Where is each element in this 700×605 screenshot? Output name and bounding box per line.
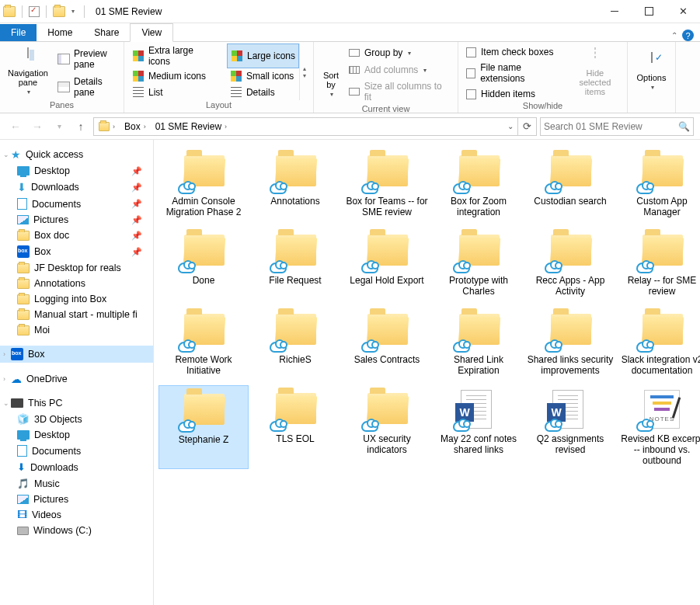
help-button[interactable]: ? [682, 30, 694, 41]
address-history-dropdown[interactable]: ⌄ [503, 122, 517, 130]
layout-large[interactable]: Large icons [227, 43, 299, 68]
collapse-ribbon-button[interactable]: ⌃ [671, 31, 677, 40]
file-item[interactable]: Stephanie Z [158, 385, 249, 469]
file-item-label: Admin Console Migration Phase 2 [160, 196, 247, 217]
navigation-pane-button[interactable]: Navigation pane ▾ [5, 43, 51, 100]
tab-home[interactable]: Home [37, 24, 83, 41]
sidebar-item[interactable]: Desktop [0, 427, 153, 443]
qat-dropdown[interactable]: ▾ [68, 8, 78, 15]
address-bar[interactable]: › Box› 01 SME Review› ⌄ ⟳ [93, 117, 537, 136]
search-input[interactable]: Search 01 SME Review 🔍 [540, 117, 694, 136]
file-item[interactable]: Custom App Manager [617, 148, 700, 221]
sidebar-item[interactable]: Moi [0, 322, 153, 338]
thispc-icon: ⬇ [17, 461, 26, 473]
preview-pane-button[interactable]: Preview pane [54, 47, 119, 71]
sidebar-item[interactable]: Manual start - multiple fi [0, 307, 153, 322]
sidebar-item[interactable]: ⬇Downloads [0, 459, 153, 475]
maximize-button[interactable] [632, 1, 666, 23]
sidebar-item[interactable]: ⬇Downloads📌 [0, 179, 153, 196]
options-button[interactable]: Options▾ [632, 43, 670, 100]
layout-list[interactable]: List [129, 85, 221, 100]
file-item[interactable]: File Request [250, 227, 340, 300]
sidebar-this-pc[interactable]: ⌄This PC [0, 395, 153, 411]
file-item-label: Shared Link Expiration [435, 354, 522, 376]
file-item[interactable]: RichieS [250, 306, 340, 379]
file-item[interactable]: Shared links security improvements [525, 306, 615, 379]
qat-properties-icon[interactable] [29, 6, 40, 17]
layout-extra-large[interactable]: Extra large icons [129, 43, 221, 68]
file-ext-toggle[interactable]: File name extensions [463, 61, 565, 85]
file-item[interactable]: Admin Console Migration Phase 2 [158, 148, 249, 221]
sidebar-item[interactable]: Pictures📌 [0, 212, 153, 228]
minimize-button[interactable] [597, 1, 632, 23]
refresh-button[interactable]: ⟳ [517, 118, 536, 135]
file-item[interactable]: Remote Work Initiative [158, 306, 249, 379]
layout-medium[interactable]: Medium icons [129, 68, 221, 84]
address-root-icon [99, 122, 110, 131]
file-item[interactable]: Prototype with Charles [434, 227, 524, 300]
file-item-label: RichieS [279, 354, 311, 365]
sidebar-item[interactable]: Desktop📌 [0, 163, 153, 179]
sidebar-item[interactable]: Documents📌 [0, 196, 153, 212]
file-item[interactable]: Box for Teams -- for SME review [342, 148, 432, 221]
sidebar-box[interactable]: ›Box [0, 346, 153, 363]
file-item[interactable]: Custodian search [525, 148, 615, 221]
tab-share[interactable]: Share [83, 24, 130, 41]
layout-small[interactable]: Small icons [227, 68, 299, 84]
file-list-pane[interactable]: Admin Console Migration Phase 2Annotatio… [154, 140, 700, 605]
tab-view[interactable]: View [130, 23, 173, 42]
sidebar-item[interactable]: JF Desktop for reals [0, 260, 153, 276]
file-item[interactable]: Legal Hold Export [342, 227, 432, 300]
up-button[interactable]: ↑ [71, 117, 90, 136]
sidebar-item[interactable]: Pictures [0, 492, 153, 507]
sidebar-item[interactable]: Windows (C:) [0, 523, 153, 538]
recent-locations-button[interactable]: ▾ [50, 117, 68, 136]
file-item[interactable]: Sales Contracts [342, 306, 432, 379]
file-item[interactable]: Slack integration v2 documentation [617, 306, 700, 379]
sidebar-item[interactable]: Box doc📌 [0, 228, 153, 243]
forward-button[interactable]: → [28, 117, 47, 136]
file-item[interactable]: Recc Apps - App Activity [525, 227, 615, 300]
layout-details[interactable]: Details [227, 85, 299, 100]
file-item[interactable]: UX security indicators [342, 385, 432, 469]
file-item[interactable]: Annotations [250, 148, 340, 221]
hide-selected-button[interactable]: Hide selected items [568, 43, 622, 101]
hidden-items-toggle[interactable]: Hidden items [463, 87, 565, 101]
layout-gallery-expand[interactable] [299, 43, 308, 100]
sidebar-item[interactable]: 🧊3D Objects [0, 411, 153, 427]
file-item[interactable]: NOTESRevised KB excerpt -- inbound vs. o… [617, 385, 700, 469]
details-pane-button[interactable]: Details pane [54, 75, 119, 99]
file-item[interactable]: Q2 assignments revised [525, 385, 615, 469]
sidebar-item[interactable]: 🎵Music [0, 475, 153, 492]
back-button[interactable]: ← [6, 117, 25, 136]
cloud-sync-icon [270, 421, 287, 432]
sidebar-onedrive[interactable]: ›☁OneDrive [0, 370, 153, 388]
tab-file[interactable]: File [0, 24, 37, 41]
file-item[interactable]: Box for Zoom integration [434, 148, 524, 221]
file-item-label: Remote Work Initiative [160, 354, 247, 376]
qat-newfolder-icon[interactable] [53, 6, 65, 17]
file-item[interactable]: TLS EOL [250, 385, 340, 469]
sidebar-quick-access[interactable]: ⌄★Quick access [0, 146, 153, 163]
add-columns-button[interactable]: Add columns▾ [345, 62, 453, 78]
group-by-button[interactable]: Group by▾ [345, 45, 453, 61]
preview-pane-icon [57, 54, 70, 64]
sidebar-item[interactable]: Annotations [0, 276, 153, 291]
file-item[interactable]: Done [158, 227, 249, 300]
file-item[interactable]: Shared Link Expiration [434, 306, 524, 379]
file-item-label: Prototype with Charles [435, 275, 522, 297]
sidebar-item[interactable]: 🎞Videos [0, 507, 153, 523]
close-button[interactable] [666, 1, 700, 23]
sidebar-item[interactable]: Logging into Box [0, 291, 153, 307]
sidebar-item[interactable]: Documents [0, 443, 153, 459]
sidebar-item-label: Annotations [34, 278, 85, 289]
sidebar-item[interactable]: Box📌 [0, 243, 153, 260]
folder-icon [17, 294, 30, 304]
box-icon [11, 348, 23, 360]
size-columns-button[interactable]: Size all columns to fit [345, 79, 453, 104]
file-item[interactable]: Relay -- for SME review [617, 227, 700, 300]
item-check-boxes-toggle[interactable]: Item check boxes [463, 45, 565, 59]
sort-by-button[interactable]: Sort by▾ [319, 43, 343, 104]
file-item[interactable]: May 22 conf notes shared links [434, 385, 524, 469]
cloud-sync-icon [545, 263, 562, 273]
